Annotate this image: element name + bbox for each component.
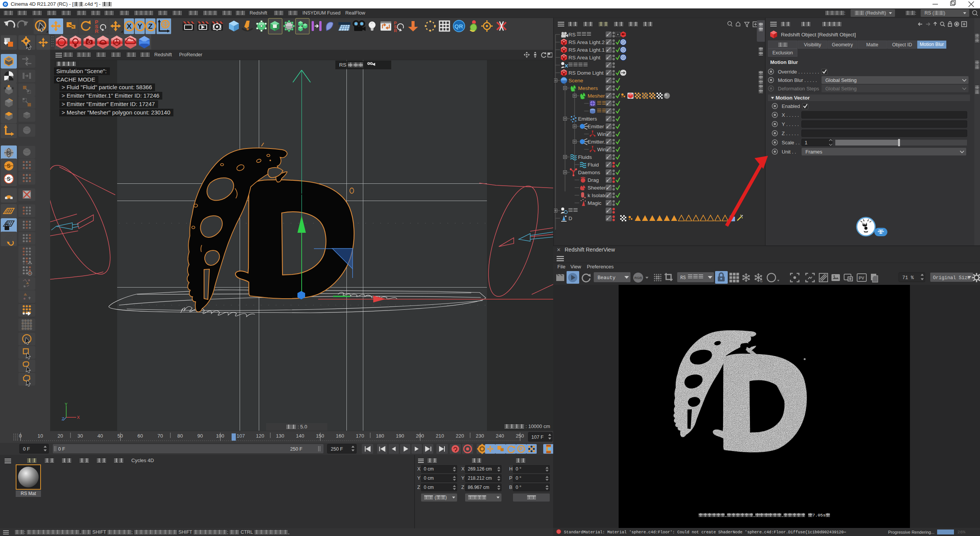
svg-text:G: G	[760, 279, 763, 283]
svg-text:160: 160	[336, 433, 344, 439]
svg-text:D: D	[568, 216, 572, 221]
svg-text:Y: Y	[65, 403, 68, 407]
svg-text:X: X	[77, 415, 80, 420]
svg-text:Magic: Magic	[588, 200, 601, 206]
svg-text:Meshers: Meshers	[578, 85, 598, 91]
svg-text:Original Size: Original Size	[933, 275, 970, 281]
svg-text:0 F: 0 F	[23, 446, 30, 452]
svg-text:Motion Blur . . . . .: Motion Blur . . . . .	[778, 77, 817, 83]
svg-text:Fluid: Fluid	[588, 162, 599, 168]
svg-text:Emitters: Emitters	[578, 116, 597, 122]
svg-text:240: 240	[496, 433, 504, 439]
svg-text:90: 90	[198, 433, 203, 439]
svg-text:Fluids: Fluids	[578, 154, 592, 160]
svg-text:Beauty: Beauty	[598, 275, 616, 281]
svg-text:80: 80	[177, 433, 183, 439]
svg-text:Scene: Scene	[568, 78, 583, 83]
svg-text:X . . . . .: X . . . . .	[782, 112, 799, 118]
svg-text:30: 30	[77, 433, 83, 439]
svg-text:P: P	[520, 446, 523, 452]
svg-text:190: 190	[396, 433, 404, 439]
svg-text:71 %: 71 %	[902, 275, 914, 281]
svg-text:Scale . .: Scale . .	[782, 140, 800, 145]
svg-text:0 F: 0 F	[58, 446, 65, 452]
svg-text:Daemons: Daemons	[578, 170, 600, 175]
svg-text:Y: Y	[137, 22, 142, 30]
svg-text:70: 70	[157, 433, 163, 439]
svg-text:170: 170	[356, 433, 364, 439]
svg-text:220: 220	[456, 433, 464, 439]
svg-text:Enabled: Enabled	[782, 103, 800, 109]
svg-text:250 F: 250 F	[290, 446, 302, 452]
svg-text:210: 210	[436, 433, 444, 439]
svg-text:RS: RS	[680, 275, 686, 281]
svg-text:130: 130	[276, 433, 284, 439]
svg-text:R: R	[394, 28, 397, 33]
svg-text:Drag: Drag	[588, 177, 599, 183]
svg-text:S: S	[7, 150, 10, 156]
svg-text:Deformation Steps: Deformation Steps	[778, 86, 819, 92]
svg-text:RGB: RGB	[634, 276, 642, 280]
svg-text:Z . . . . .: Z . . . . .	[782, 131, 799, 136]
svg-text:230: 230	[476, 433, 484, 439]
svg-text:120: 120	[256, 433, 265, 439]
svg-text:107: 107	[237, 433, 245, 439]
svg-text:Unit . .: Unit . .	[782, 149, 796, 155]
svg-text:Y . . . . .: Y . . . . .	[782, 121, 799, 127]
svg-text:20: 20	[57, 433, 63, 439]
svg-text:RS: RS	[568, 32, 576, 38]
svg-text:Z: Z	[62, 417, 64, 421]
svg-text:60: 60	[137, 433, 143, 439]
svg-text:Sheeter: Sheeter	[588, 185, 606, 191]
svg-text:S: S	[7, 163, 10, 169]
svg-text:Mesher: Mesher	[588, 93, 605, 99]
svg-text:R: R	[95, 28, 99, 34]
svg-text:X: X	[127, 22, 132, 30]
svg-text:Global Setting: Global Setting	[825, 86, 857, 92]
svg-text:Motion Vector: Motion Vector	[776, 95, 810, 101]
svg-text:107 F: 107 F	[531, 435, 544, 440]
svg-text:RS Dome Light: RS Dome Light	[568, 70, 604, 76]
svg-text:QR: QR	[454, 23, 463, 29]
svg-text:1: 1	[805, 140, 807, 145]
svg-text:S: S	[7, 176, 10, 182]
svg-text:RS Area Light.2: RS Area Light.2	[568, 39, 605, 45]
svg-text:Override . . . . . . . .: Override . . . . . . . .	[778, 69, 819, 75]
svg-text:RS Area Light.1: RS Area Light.1	[568, 47, 605, 53]
svg-text:250 F: 250 F	[331, 446, 343, 452]
svg-text:Emitter.1: Emitter.1	[588, 139, 608, 145]
svg-text:PV: PV	[859, 276, 864, 280]
svg-text:Emitter: Emitter	[588, 124, 604, 129]
svg-text:40: 40	[98, 433, 103, 439]
svg-text:140: 140	[296, 433, 304, 439]
svg-text:Z: Z	[148, 22, 153, 30]
svg-text:10: 10	[38, 433, 43, 439]
svg-text:Frames: Frames	[805, 149, 823, 155]
svg-text:Global Setting: Global Setting	[825, 77, 857, 83]
svg-text:RS Area Light: RS Area Light	[568, 55, 601, 60]
svg-text:180: 180	[376, 433, 384, 439]
